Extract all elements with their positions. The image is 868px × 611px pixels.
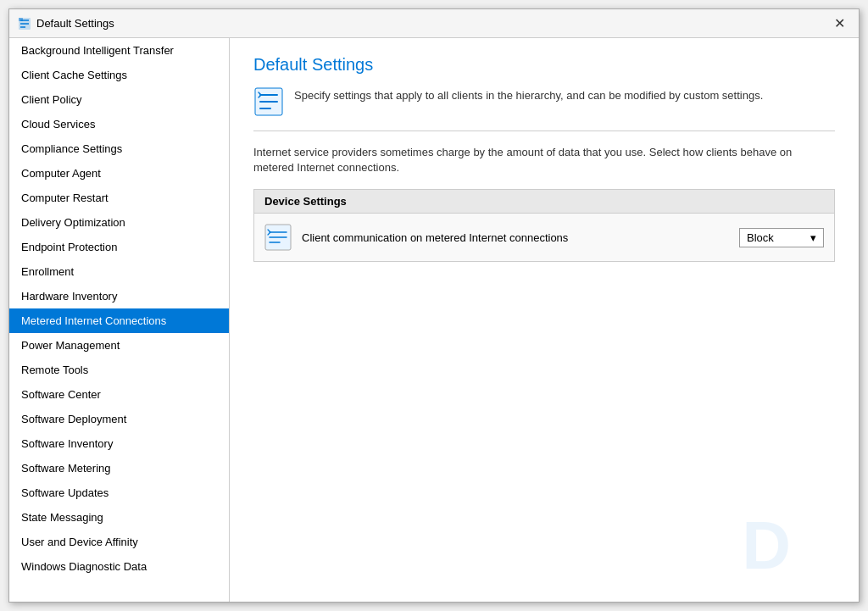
- sidebar: Background Intelligent TransferClient Ca…: [9, 38, 230, 602]
- sidebar-item-endpoint-protection[interactable]: Endpoint Protection: [9, 235, 229, 259]
- sidebar-item-background-intelligent-transfer[interactable]: Background Intelligent Transfer: [9, 38, 229, 63]
- sidebar-item-user-and-device-affinity[interactable]: User and Device Affinity: [9, 530, 229, 554]
- device-settings-section: Device Settings Client communication on …: [253, 189, 835, 262]
- sidebar-item-software-metering[interactable]: Software Metering: [9, 456, 229, 480]
- header-section: Specify settings that apply to all clien…: [253, 85, 835, 117]
- window-body: Background Intelligent TransferClient Ca…: [9, 38, 859, 602]
- setting-row-metered: Client communication on metered Internet…: [264, 224, 824, 251]
- sidebar-item-cloud-services[interactable]: Cloud Services: [9, 112, 229, 136]
- sidebar-item-software-inventory[interactable]: Software Inventory: [9, 431, 229, 456]
- sidebar-item-enrollment[interactable]: Enrollment: [9, 259, 229, 284]
- sidebar-item-software-center[interactable]: Software Center: [9, 382, 229, 407]
- sidebar-item-software-updates[interactable]: Software Updates: [9, 480, 229, 505]
- sidebar-item-remote-tools[interactable]: Remote Tools: [9, 358, 229, 382]
- page-title: Default Settings: [253, 55, 835, 75]
- sidebar-item-software-deployment[interactable]: Software Deployment: [9, 407, 229, 431]
- window-title: Default Settings: [36, 17, 114, 30]
- sidebar-item-hardware-inventory[interactable]: Hardware Inventory: [9, 284, 229, 308]
- title-bar: Default Settings ✕: [9, 9, 859, 38]
- window-icon: [18, 17, 31, 31]
- sidebar-item-client-cache-settings[interactable]: Client Cache Settings: [9, 63, 229, 87]
- header-description: Specify settings that apply to all clien…: [294, 85, 763, 103]
- sidebar-item-compliance-settings[interactable]: Compliance Settings: [9, 136, 229, 161]
- metered-description: Internet service providers sometimes cha…: [253, 145, 835, 175]
- sidebar-item-computer-agent[interactable]: Computer Agent: [9, 161, 229, 186]
- sidebar-item-computer-restart[interactable]: Computer Restart: [9, 186, 229, 210]
- sidebar-item-metered-internet-connections[interactable]: Metered Internet Connections: [9, 308, 229, 333]
- setting-label-metered: Client communication on metered Internet…: [302, 231, 729, 244]
- metered-connection-dropdown[interactable]: Block ▾: [739, 228, 824, 247]
- watermark: D: [742, 507, 791, 585]
- device-settings-header: Device Settings: [254, 190, 834, 214]
- sidebar-item-power-management[interactable]: Power Management: [9, 333, 229, 358]
- svg-rect-1: [19, 18, 23, 21]
- sidebar-item-state-messaging[interactable]: State Messaging: [9, 505, 229, 530]
- sidebar-item-delivery-optimization[interactable]: Delivery Optimization: [9, 210, 229, 235]
- header-icon: [253, 86, 284, 117]
- device-settings-body: Client communication on metered Internet…: [254, 214, 834, 261]
- dropdown-value: Block: [747, 231, 774, 244]
- dropdown-arrow-icon: ▾: [810, 231, 816, 244]
- header-divider: [253, 131, 835, 131]
- sidebar-item-client-policy[interactable]: Client Policy: [9, 87, 229, 112]
- main-content: Default Settings Specify settings that a…: [230, 38, 859, 602]
- sidebar-item-windows-diagnostic-data[interactable]: Windows Diagnostic Data: [9, 554, 229, 579]
- title-bar-left: Default Settings: [18, 17, 114, 31]
- close-button[interactable]: ✕: [828, 15, 850, 32]
- setting-icon: [264, 224, 292, 251]
- main-window: Default Settings ✕ Background Intelligen…: [8, 8, 860, 603]
